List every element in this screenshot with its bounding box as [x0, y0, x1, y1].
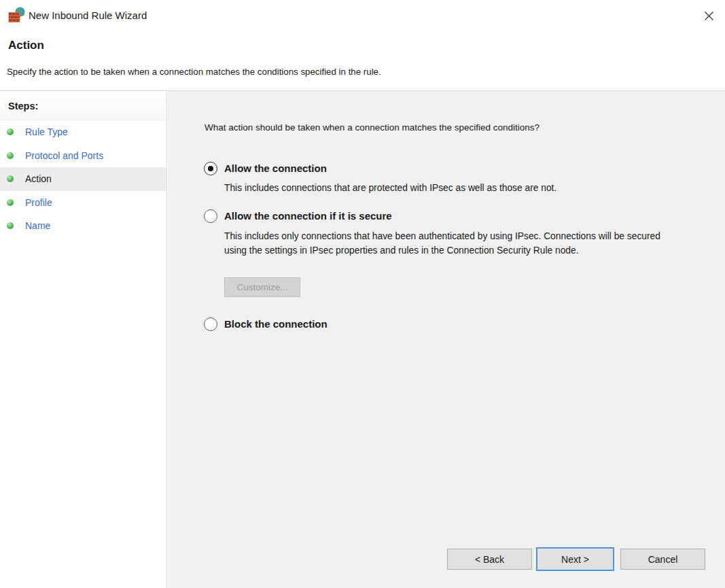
firewall-icon — [8, 7, 26, 23]
sidebar-item-profile[interactable]: Profile — [0, 191, 166, 215]
close-icon — [704, 11, 714, 21]
radio-allow-the-connection[interactable] — [204, 162, 217, 175]
content-panel: What action should be taken when a conne… — [168, 91, 725, 588]
sidebar-item-name[interactable]: Name — [0, 214, 166, 238]
wizard-window: New Inbound Rule Wizard Action Specify t… — [0, 0, 725, 588]
close-button[interactable] — [699, 6, 718, 25]
option-label-block[interactable]: Block the connection — [224, 318, 328, 330]
back-button[interactable]: < Back — [447, 549, 532, 570]
sidebar-item-label: Protocol and Ports — [25, 150, 103, 161]
option-label-allow[interactable]: Allow the connection — [224, 162, 327, 174]
sidebar-item-label: Profile — [25, 197, 52, 208]
steps-heading: Steps: — [0, 91, 166, 120]
sidebar-item-action-current[interactable]: Action — [0, 167, 166, 191]
radio-allow-if-secure[interactable] — [204, 209, 217, 223]
sidebar-item-label: Rule Type — [25, 126, 68, 137]
sidebar-item-label: Action — [25, 173, 52, 184]
cancel-button[interactable]: Cancel — [620, 549, 705, 570]
step-bullet-icon — [7, 199, 14, 206]
customize-button[interactable]: Customize... — [224, 277, 300, 297]
question-text: What action should be taken when a conne… — [205, 122, 540, 133]
window-title: New Inbound Rule Wizard — [29, 10, 147, 21]
sidebar-item-rule-type[interactable]: Rule Type — [0, 120, 166, 144]
step-bullet-icon — [7, 152, 14, 159]
title-bar: New Inbound Rule Wizard — [0, 0, 725, 31]
next-button[interactable]: Next > — [536, 547, 614, 571]
steps-sidebar: Steps: Rule Type Protocol and Ports Acti… — [0, 91, 167, 588]
option-description-allow: This includes connections that are prote… — [224, 181, 674, 195]
page-title: Action — [8, 39, 44, 52]
sidebar-item-label: Name — [25, 220, 50, 231]
step-bullet-icon — [7, 128, 14, 135]
option-description-allow-if-secure: This includes only connections that have… — [224, 229, 674, 258]
page-description: Specify the action to be taken when a co… — [7, 67, 381, 77]
radio-block-the-connection[interactable] — [204, 317, 217, 331]
option-label-allow-if-secure[interactable]: Allow the connection if it is secure — [224, 210, 392, 222]
step-bullet-icon — [7, 222, 14, 229]
sidebar-item-protocol-and-ports[interactable]: Protocol and Ports — [0, 144, 166, 168]
step-bullet-icon — [7, 175, 14, 182]
